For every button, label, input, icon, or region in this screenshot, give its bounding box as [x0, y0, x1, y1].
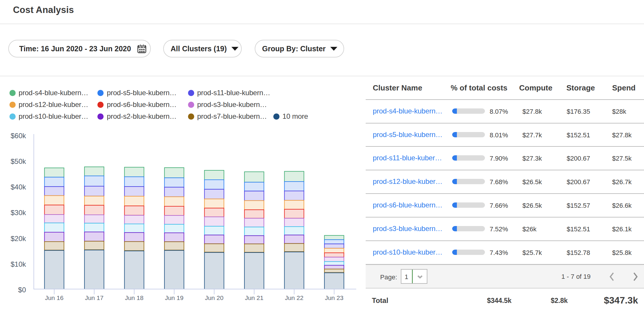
svg-text:Jun 17: Jun 17 [85, 294, 104, 301]
svg-text:$40k: $40k [11, 183, 26, 191]
svg-text:Jun 19: Jun 19 [165, 294, 184, 301]
svg-text:$30k: $30k [11, 209, 26, 217]
svg-text:Jun 21: Jun 21 [245, 294, 264, 301]
svg-text:$0: $0 [18, 286, 26, 294]
svg-text:$20k: $20k [11, 235, 26, 243]
svg-text:$50k: $50k [11, 157, 26, 165]
svg-text:Jun 20: Jun 20 [205, 294, 223, 301]
svg-text:$60k: $60k [11, 132, 26, 140]
svg-text:$10k: $10k [11, 260, 26, 268]
svg-text:Jun 16: Jun 16 [45, 294, 63, 301]
svg-text:Jun 23: Jun 23 [325, 294, 344, 301]
svg-text:Jun 18: Jun 18 [125, 294, 143, 301]
svg-text:Jun 22: Jun 22 [285, 294, 303, 301]
